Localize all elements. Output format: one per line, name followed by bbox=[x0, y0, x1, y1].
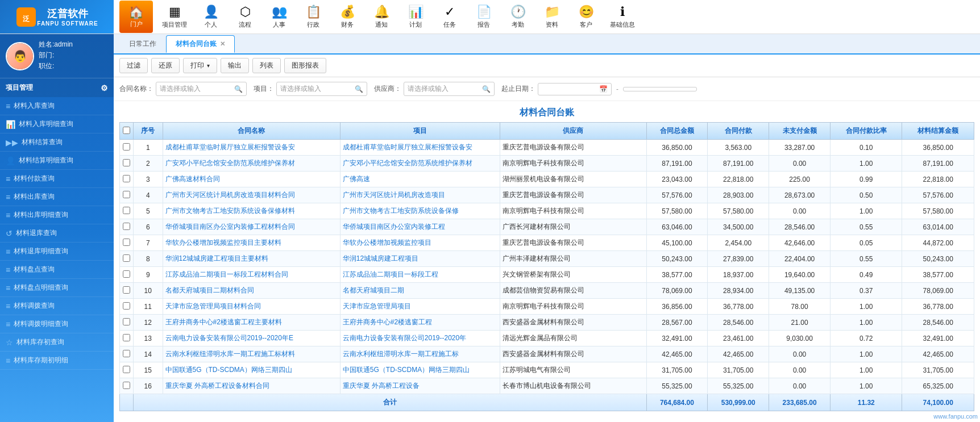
sidebar-item-transfer-detail[interactable]: ≡ 材料调拨明细查询 bbox=[0, 315, 114, 333]
row-contract[interactable]: 广州市天河区统计局机房改造项目材料合同 bbox=[163, 187, 340, 203]
home-button[interactable]: 🏠 门户 bbox=[119, 1, 153, 33]
nav-item-person[interactable]: 👤 个人 bbox=[194, 1, 228, 32]
row-checkbox[interactable] bbox=[123, 191, 130, 198]
row-checkbox[interactable] bbox=[123, 143, 130, 151]
supplier-search-icon[interactable]: 🔍 bbox=[482, 85, 491, 93]
row-contract[interactable]: 王府井商务中心#2楼逃窗工程主要材料 bbox=[163, 315, 340, 331]
row-checkbox[interactable] bbox=[123, 302, 130, 310]
sidebar-item-stock-out-detail[interactable]: ≡ 材料出库明细查询 bbox=[0, 206, 114, 224]
row-contract[interactable]: 广安邓小平纪念馆安全防范系统维护保养材 bbox=[163, 156, 340, 172]
row-checkbox[interactable] bbox=[123, 366, 130, 373]
nav-item-attendance[interactable]: 🕐 考勤 bbox=[501, 1, 535, 32]
nav-item-project[interactable]: ▦ 项目管理 bbox=[155, 1, 194, 32]
contract-name-input[interactable]: 请选择或输入 🔍 bbox=[156, 82, 247, 96]
row-project[interactable]: 云南水利枢纽滞明水库一期工程施工标 bbox=[340, 346, 500, 362]
row-contract[interactable]: 天津市应急管理局项目材料合同 bbox=[163, 299, 340, 315]
sidebar-item-settle[interactable]: ▶▶ 材料结算查询 bbox=[0, 133, 114, 152]
tab-contract[interactable]: 材料合同台账 ✕ bbox=[166, 35, 235, 53]
row-checkbox[interactable] bbox=[123, 254, 130, 262]
date-end-input[interactable] bbox=[623, 87, 697, 91]
print-button[interactable]: 打印 bbox=[183, 58, 217, 73]
contract-search-icon[interactable]: 🔍 bbox=[234, 85, 243, 93]
select-all-checkbox[interactable] bbox=[123, 127, 130, 134]
list-button[interactable]: 列表 bbox=[252, 58, 281, 73]
row-checkbox[interactable] bbox=[123, 270, 130, 278]
row-checkbox[interactable] bbox=[123, 239, 130, 246]
row-project[interactable]: 华侨城项目南区办公室内装修工程 bbox=[340, 219, 500, 235]
row-checkbox[interactable] bbox=[123, 159, 130, 166]
sidebar-item-payment[interactable]: ≡ 材料付款查询 bbox=[0, 170, 114, 188]
sidebar-item-return[interactable]: ↺ 材料退库查询 bbox=[0, 224, 114, 243]
sidebar-item-transfer[interactable]: ≡ 材料调拨查询 bbox=[0, 297, 114, 315]
row-checkbox[interactable] bbox=[123, 318, 130, 325]
nav-item-flow[interactable]: ⬡ 流程 bbox=[228, 1, 262, 32]
row-project[interactable]: 广州市文物考古工地安防系统设备保修 bbox=[340, 203, 500, 219]
nav-item-notify[interactable]: 🔔 通知 bbox=[364, 1, 398, 32]
row-project[interactable]: 华软办公楼增加视频监控项目 bbox=[340, 235, 500, 251]
row-checkbox[interactable] bbox=[123, 223, 130, 230]
row-contract[interactable]: 广州市文物考古工地安防系统设备保修材料 bbox=[163, 203, 340, 219]
row-contract[interactable]: 成都杜甫草堂临时展厅独立展柜报警设备安 bbox=[163, 140, 340, 156]
row-contract[interactable]: 名都天府城项目二期材料合同 bbox=[163, 283, 340, 299]
nav-item-baseinfo[interactable]: ℹ 基础信息 bbox=[603, 1, 642, 32]
row-contract[interactable]: 云南水利枢纽滞明水库一期工程施工标材料 bbox=[163, 346, 340, 362]
project-input[interactable]: 请选择或输入 🔍 bbox=[276, 82, 367, 96]
row-project[interactable]: 成都杜甫草堂临时展厅独立展柜报警设备安 bbox=[340, 140, 500, 156]
row-project[interactable]: 名都天府城项目二期 bbox=[340, 283, 500, 299]
nav-item-report[interactable]: 📄 报告 bbox=[467, 1, 501, 32]
row-project[interactable]: 广安邓小平纪念馆安全防范系统维护保养材 bbox=[340, 156, 500, 172]
project-search-icon[interactable]: 🔍 bbox=[355, 85, 363, 93]
row-contract[interactable]: 华软办公楼增加视频监控项目主要材料 bbox=[163, 235, 340, 251]
row-project[interactable]: 王府井商务中心#2楼逃窗工程 bbox=[340, 315, 500, 331]
sidebar-item-inventory-detail[interactable]: ≡ 材料盘点明细查询 bbox=[0, 279, 114, 297]
chart-button[interactable]: 图形报表 bbox=[284, 58, 326, 73]
restore-button[interactable]: 还原 bbox=[151, 58, 180, 73]
supplier-input[interactable]: 请选择或输入 🔍 bbox=[404, 82, 495, 96]
row-contract[interactable]: 广佛高速材料合同 bbox=[163, 172, 340, 187]
row-contract[interactable]: 华侨城项目南区办公室内装修工程材料合同 bbox=[163, 219, 340, 235]
nav-item-task[interactable]: ✓ 任务 bbox=[433, 1, 467, 32]
sidebar-item-initial[interactable]: ☆ 材料库存初查询 bbox=[0, 333, 114, 352]
nav-item-docs[interactable]: 📁 资料 bbox=[535, 1, 569, 32]
date-start-input[interactable]: 📅 bbox=[538, 83, 612, 95]
row-project[interactable]: 中国联通5G（TD-SCDMA）网络三期四山 bbox=[340, 362, 500, 378]
row-contract[interactable]: 华润12城城房建工程项目主要材料 bbox=[163, 251, 340, 267]
tab-close-icon[interactable]: ✕ bbox=[220, 40, 225, 48]
row-contract[interactable]: 中国联通5G（TD-SCDMA）网络三期四山 bbox=[163, 362, 340, 378]
row-contract[interactable]: 云南电力设备安装有限公司2019--2020年E bbox=[163, 331, 340, 346]
sidebar-item-stock-in-detail[interactable]: 📊 材料入库明细查询 bbox=[0, 115, 114, 133]
calendar-icon[interactable]: 📅 bbox=[599, 85, 608, 93]
row-checkbox[interactable] bbox=[123, 175, 130, 182]
row-checkbox[interactable] bbox=[123, 207, 130, 214]
row-total: 36,856.00 bbox=[646, 299, 708, 315]
row-project[interactable]: 广佛高速 bbox=[340, 172, 500, 187]
sidebar-item-stock-in[interactable]: ≡ 材料入库查询 bbox=[0, 97, 114, 115]
row-project[interactable]: 云南电力设备安装有限公司2019--2020年 bbox=[340, 331, 500, 346]
row-checkbox[interactable] bbox=[123, 286, 130, 294]
export-button[interactable]: 输出 bbox=[221, 58, 249, 73]
row-seq: 2 bbox=[134, 156, 163, 172]
row-contract[interactable]: 重庆华夏 外高桥工程设备材料合同 bbox=[163, 378, 340, 394]
nav-item-customer[interactable]: 😊 客户 bbox=[569, 1, 603, 32]
row-checkbox[interactable] bbox=[123, 334, 130, 341]
nav-item-plan[interactable]: 📊 计划 bbox=[398, 1, 433, 32]
sidebar-item-return-detail[interactable]: ≡ 材料退库明细查询 bbox=[0, 243, 114, 261]
nav-item-admin[interactable]: 📋 行政 bbox=[296, 1, 330, 32]
sidebar-item-stock-out[interactable]: ≡ 材料出库查询 bbox=[0, 188, 114, 206]
sidebar-item-settle-detail[interactable]: 👤 材料结算明细查询 bbox=[0, 152, 114, 170]
row-contract[interactable]: 江苏成品油二期项目一标段工程材料合同 bbox=[163, 267, 340, 283]
row-project[interactable]: 重庆华夏 外高桥工程设备 bbox=[340, 378, 500, 394]
sidebar-item-inventory[interactable]: ≡ 材料盘点查询 bbox=[0, 261, 114, 279]
filter-button[interactable]: 过滤 bbox=[119, 58, 148, 73]
row-project[interactable]: 广州市天河区统计局机房改造项目 bbox=[340, 187, 500, 203]
row-checkbox[interactable] bbox=[123, 382, 130, 389]
nav-item-hr[interactable]: 👥 人事 bbox=[262, 1, 296, 32]
sidebar-item-initial-detail[interactable]: ≡ 材料库存期初明细 bbox=[0, 352, 114, 370]
nav-item-finance[interactable]: 💰 财务 bbox=[330, 1, 364, 32]
row-checkbox[interactable] bbox=[123, 350, 130, 357]
row-project[interactable]: 天津市应急管理局项目 bbox=[340, 299, 500, 315]
settings-icon[interactable]: ⚙ bbox=[101, 83, 108, 93]
row-project[interactable]: 江苏成品油二期项目一标段工程 bbox=[340, 267, 500, 283]
tab-daily[interactable]: 日常工作 bbox=[119, 35, 166, 53]
row-project[interactable]: 华润12城城房建工程项目 bbox=[340, 251, 500, 267]
